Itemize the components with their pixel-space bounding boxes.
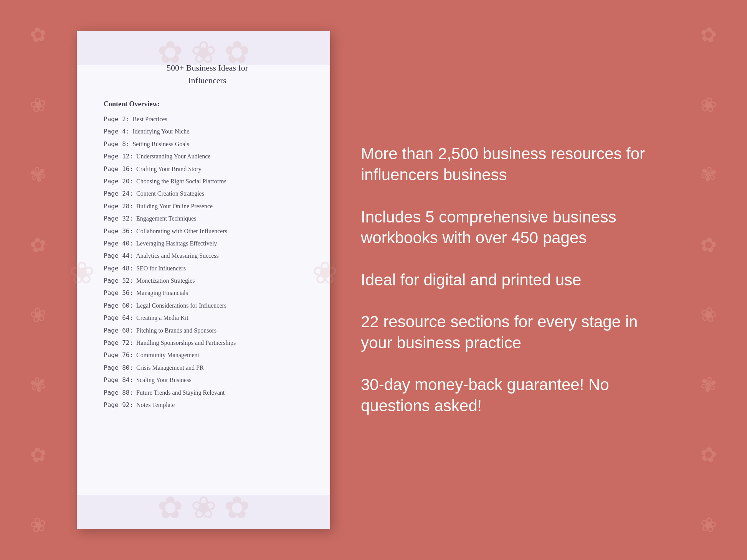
table-row: Page 8: Setting Business Goals [104, 140, 311, 148]
features-panel: More than 2,500 business resources for i… [361, 128, 670, 432]
feature-item: 22 resource sections for every stage in … [361, 311, 670, 353]
table-row: Page 20: Choosing the Right Social Platf… [104, 177, 311, 186]
table-of-contents: Page 2: Best PracticesPage 4: Identifyin… [104, 115, 311, 409]
table-row: Page 84: Scaling Your Business [104, 376, 311, 384]
feature-item: 30-day money-back guarantee! No question… [361, 374, 670, 416]
table-row: Page 16: Crafting Your Brand Story [104, 165, 311, 173]
main-content: ✿ ❀ ✿ ❀ ❀ 500+ Business Ideas for Influe… [0, 0, 747, 560]
table-row: Page 4: Identifying Your Niche [104, 127, 311, 136]
table-row: Page 92: Notes Template [104, 401, 311, 409]
doc-floral-right: ❀ [312, 255, 338, 291]
table-row: Page 44: Analytics and Measuring Success [104, 252, 311, 260]
table-row: Page 68: Pitching to Brands and Sponsors [104, 326, 311, 335]
table-row: Page 32: Engagement Techniques [104, 214, 311, 223]
doc-floral-top: ✿ ❀ ✿ [157, 35, 250, 70]
feature-item: Ideal for digital and printed use [361, 270, 670, 291]
table-row: Page 40: Leveraging Hashtags Effectively [104, 239, 311, 248]
table-row: Page 48: SEO for Influencers [104, 264, 311, 273]
table-row: Page 60: Legal Considerations for Influe… [104, 301, 311, 310]
document-card: ✿ ❀ ✿ ❀ ❀ 500+ Business Ideas for Influe… [77, 31, 330, 529]
table-row: Page 28: Building Your Online Presence [104, 202, 311, 211]
section-label: Content Overview: [104, 100, 311, 108]
table-row: Page 76: Community Management [104, 351, 311, 359]
table-row: Page 88: Future Trends and Staying Relev… [104, 389, 311, 397]
doc-floral-bottom: ✿ ❀ ✿ [157, 490, 250, 525]
doc-floral-left: ❀ [69, 255, 95, 291]
feature-item: More than 2,500 business resources for i… [361, 143, 670, 185]
table-row: Page 64: Creating a Media Kit [104, 314, 311, 322]
table-row: Page 80: Crisis Management and PR [104, 364, 311, 372]
table-row: Page 52: Monetization Strategies [104, 277, 311, 285]
table-row: Page 24: Content Creation Strategies [104, 189, 311, 198]
table-row: Page 56: Managing Financials [104, 289, 311, 297]
feature-item: Includes 5 comprehensive business workbo… [361, 207, 670, 249]
table-row: Page 2: Best Practices [104, 115, 311, 124]
table-row: Page 12: Understanding Your Audience [104, 152, 311, 161]
table-row: Page 36: Collaborating with Other Influe… [104, 227, 311, 236]
table-row: Page 72: Handling Sponsorships and Partn… [104, 339, 311, 347]
